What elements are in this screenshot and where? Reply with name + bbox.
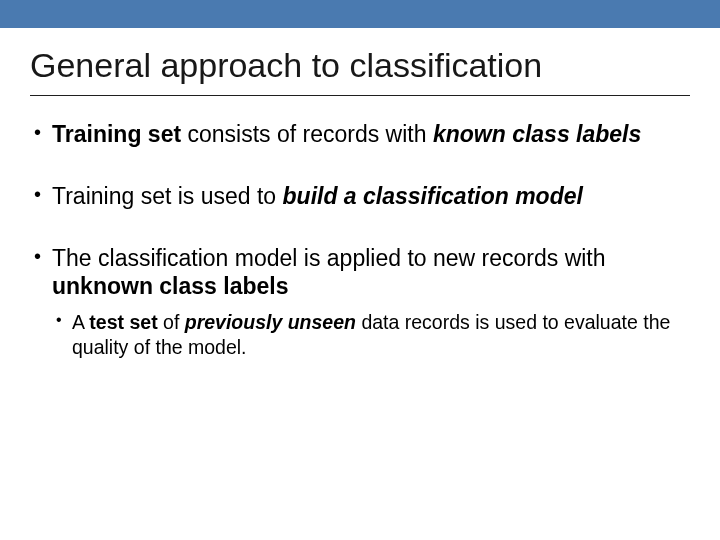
sub-bullet-list: A test set of previously unseen data rec…: [52, 310, 690, 359]
text-bold-italic: build a classification model: [283, 183, 583, 209]
text: The classification model is applied to n…: [52, 245, 606, 271]
text-bold: unknown class labels: [52, 273, 288, 299]
text-bold: test set: [89, 311, 157, 333]
bullet-item: The classification model is applied to n…: [30, 244, 690, 359]
text-bold-italic: known class labels: [433, 121, 641, 147]
top-accent-band: [0, 0, 720, 28]
slide-title: General approach to classification: [30, 46, 690, 85]
slide-content: General approach to classification Train…: [0, 28, 720, 359]
sub-bullet-item: A test set of previously unseen data rec…: [52, 310, 690, 359]
title-rule: [30, 95, 690, 96]
text: Training set is used to: [52, 183, 283, 209]
bullet-item: Training set is used to build a classifi…: [30, 182, 690, 210]
text: A: [72, 311, 89, 333]
text: of: [158, 311, 185, 333]
bullet-item: Training set consists of records with kn…: [30, 120, 690, 148]
bullet-list: Training set consists of records with kn…: [30, 120, 690, 359]
text-bold-italic: previously unseen: [185, 311, 356, 333]
text: consists of records with: [181, 121, 433, 147]
text-bold: Training set: [52, 121, 181, 147]
